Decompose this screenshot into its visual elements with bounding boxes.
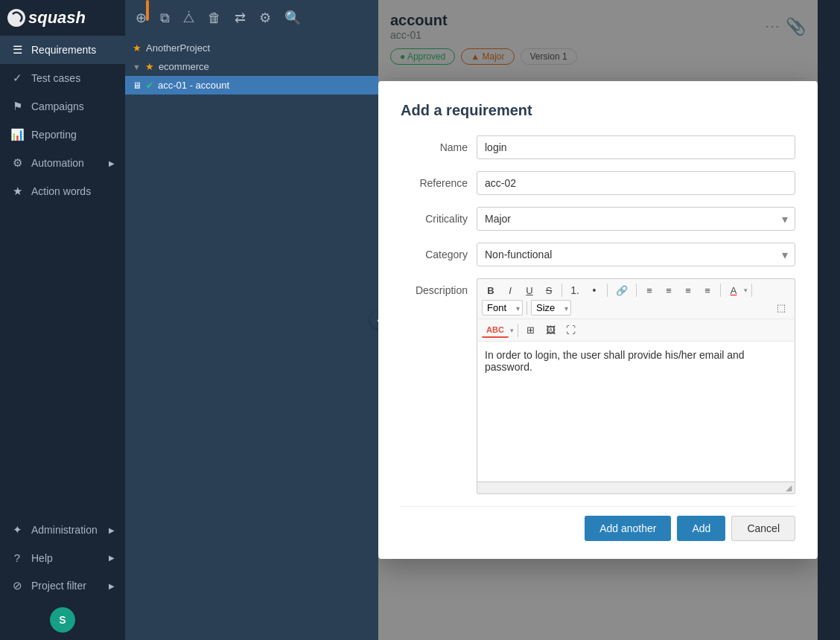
criticality-select-wrap: Minor Major Critical ▾ [477,207,795,231]
sidebar-item-action-words[interactable]: ★ Action words [0,177,125,205]
size-selector-wrap: Size [531,300,571,316]
svg-text:squash: squash [28,8,86,27]
ordered-list-button[interactable]: 1. [566,282,584,298]
font-select[interactable]: Font [482,300,523,316]
unordered-list-button[interactable]: • [585,282,603,298]
sidebar-item-requirements[interactable]: ☰ Requirements [0,36,125,64]
sidebar-item-administration[interactable]: ✦ Administration ▶ [0,516,125,544]
add-button[interactable]: Add [677,516,725,541]
sidebar-nav: ☰ Requirements ✓ Test cases ⚑ Campaigns … [0,36,125,600]
image-button[interactable]: 🖼 [541,322,560,338]
collapse-icon: ▼ [133,63,141,71]
criticality-select[interactable]: Minor Major Critical [477,207,795,231]
automation-icon: ⚙ [10,156,24,170]
category-field-row: Category Functional Non-functional Perfo… [401,243,795,266]
sidebar-bottom: S [0,600,125,640]
sidebar-item-automation[interactable]: ⚙ Automation ▶ [0,149,125,177]
reporting-icon: 📊 [10,128,24,141]
chevron-down-icon: ▾ [510,327,514,334]
modal-overlay: Add a requirement Name Reference Critica… [378,0,818,640]
middle-panel: ⊕ ⧉ ⧊ 🗑 ⇄ ⚙ 🔍 ★ AnotherProject ▼ ★ ecomm… [125,0,378,640]
font-selector-wrap: Font [482,300,523,316]
strikethrough-button[interactable]: S [540,283,558,298]
toolbar-separator [751,284,752,297]
sidebar-item-label: Administration [31,524,98,536]
criticality-field-row: Criticality Minor Major Critical ▾ [401,207,795,231]
name-label: Name [401,135,468,153]
reference-input[interactable] [477,171,795,195]
align-justify-button[interactable]: ≡ [699,283,716,298]
category-select[interactable]: Functional Non-functional Performance [477,243,795,266]
tree-item-label: acc-01 - account [158,80,229,91]
project-tree: ★ AnotherProject ▼ ★ ecommerce 🖥 ✔ acc-0… [125,36,378,97]
name-input[interactable] [477,135,795,159]
sidebar-item-label: Automation [31,157,84,169]
spell-check-button[interactable]: ABC [482,323,509,338]
test-cases-icon: ✓ [10,71,24,85]
link-button[interactable]: 🔗 [611,283,632,298]
settings-icon[interactable]: ⚙ [255,7,276,29]
avatar[interactable]: S [50,607,75,633]
align-left-button[interactable]: ≡ [640,283,658,298]
delete-icon[interactable]: 🗑 [203,7,226,29]
bold-button[interactable]: B [482,283,500,298]
top-toolbar: ⊕ ⧉ ⧊ 🗑 ⇄ ⚙ 🔍 [125,0,378,36]
administration-icon: ✦ [10,523,24,537]
align-center-button[interactable]: ≡ [660,283,678,298]
rte-wrap: B I U S 1. • 🔗 ≡ ≡ ≡ ≡ [477,278,795,494]
resize-handle-icon: ◢ [786,483,792,493]
check-icon: ✔ [146,80,153,91]
cancel-button[interactable]: Cancel [731,516,795,541]
tree-item-anotherproject[interactable]: ★ AnotherProject [125,39,378,57]
underline-button[interactable]: U [521,283,538,298]
tree-item-label: AnotherProject [146,42,210,54]
sidebar-item-label: Requirements [31,44,96,56]
rte-toolbar-row2: ABC ▾ ⊞ 🖼 ⛶ [477,319,795,341]
paste-icon[interactable]: ⧊ [179,7,199,29]
sidebar-item-campaigns[interactable]: ⚑ Campaigns [0,92,125,121]
description-field-row: Description B I U S 1. • 🔗 ≡ [401,278,795,494]
sidebar-item-reporting[interactable]: 📊 Reporting [0,121,125,149]
name-field-row: Name [401,135,795,159]
chevron-right-icon: ▶ [109,554,115,562]
copy-icon[interactable]: ⧉ [156,7,174,29]
font-color-button[interactable]: A [725,283,742,298]
expand-editor-button[interactable]: ⬚ [772,300,790,316]
project-filter-icon: ⊘ [10,579,24,592]
sidebar: squash ☰ Requirements ✓ Test cases ⚑ Cam… [0,0,125,640]
toolbar-separator [636,284,637,297]
app-logo: squash [0,0,125,36]
align-right-button[interactable]: ≡ [679,283,697,298]
chevron-right-icon: ▶ [109,526,115,534]
toolbar-separator [518,324,518,337]
italic-button[interactable]: I [501,283,519,298]
right-panel: account acc-01 ⋯ 📎 Approved ▲ Major Vers… [378,0,818,640]
modal-footer: Add another Add Cancel [401,506,795,541]
modal-add-requirement: Add a requirement Name Reference Critica… [378,81,818,559]
sidebar-item-label: Project filter [31,580,86,592]
sidebar-item-test-cases[interactable]: ✓ Test cases [0,64,125,92]
search-icon[interactable]: 🔍 [280,7,305,29]
description-editor[interactable]: In order to login, the user shall provid… [477,341,795,482]
reference-field-row: Reference [401,171,795,195]
tree-item-acc01[interactable]: 🖥 ✔ acc-01 - account [125,76,378,95]
sidebar-item-label: Help [31,552,53,564]
table-button[interactable]: ⊞ [522,322,540,338]
tree-item-ecommerce[interactable]: ▼ ★ ecommerce [125,57,378,76]
fullscreen-button[interactable]: ⛶ [561,322,580,338]
star-icon: ★ [133,42,141,54]
sidebar-item-help[interactable]: ? Help ▶ [0,544,125,572]
sidebar-item-label: Campaigns [31,100,84,112]
transfer-icon[interactable]: ⇄ [230,7,250,29]
add-another-button[interactable]: Add another [585,516,671,541]
size-select[interactable]: Size [531,300,571,316]
sidebar-item-label: Action words [31,185,91,197]
toolbar-separator [526,301,527,315]
toolbar-separator [607,284,608,297]
reference-label: Reference [401,171,468,189]
modal-title: Add a requirement [401,102,795,119]
sidebar-item-label: Test cases [31,72,80,84]
rte-body-wrapper: In order to login, the user shall provid… [477,341,795,482]
sidebar-item-project-filter[interactable]: ⊘ Project filter ▶ [0,572,125,600]
sidebar-item-label: Reporting [31,129,77,141]
